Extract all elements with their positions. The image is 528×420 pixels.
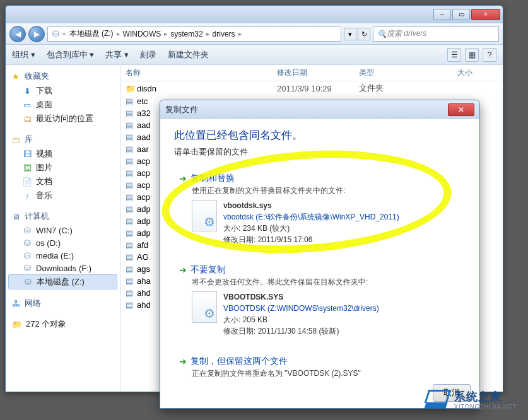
download-icon: ⬇ [22, 86, 32, 96]
dialog-title: 复制文件 [165, 104, 198, 115]
crumb-drivers[interactable]: drivers [211, 30, 237, 38]
preview-pane-button[interactable]: ▦ [465, 48, 479, 62]
refresh-button[interactable]: ↻ [358, 28, 370, 40]
sidebar: ★收藏夹 ⬇下载 ▭桌面 🗂最近访问的位置 🗃库 🎞视频 🖼图片 📄文档 ♪音乐… [6, 65, 120, 392]
sysfile-icon: ▤ [126, 180, 137, 190]
close-button[interactable]: × [471, 9, 500, 20]
sidebar-item-downloads[interactable]: ⬇下载 [8, 84, 117, 98]
share-button[interactable]: 共享 ▾ [105, 49, 129, 61]
star-icon: ★ [11, 71, 21, 81]
column-headers: 名称 修改日期 类型 大小 [120, 65, 503, 81]
nav-back-button[interactable]: ◀ [9, 26, 26, 42]
maximize-button[interactable]: ▭ [452, 9, 470, 20]
new-folder-button[interactable]: 新建文件夹 [168, 49, 209, 61]
address-dropdown-button[interactable]: ▾ [344, 28, 356, 40]
address-actions: ▾ ↻ [344, 28, 370, 40]
chevron-right-icon: ▸ [206, 30, 210, 37]
recent-icon: 🗂 [22, 114, 32, 124]
help-button[interactable]: ? [483, 48, 496, 62]
source-file-info: vbootdsk.sys vbootdsk (E:\软件备份\系统镜像\WinX… [223, 200, 399, 245]
drive-icon: ⛁ [22, 250, 32, 260]
folder-icon: 📁 [12, 319, 22, 329]
sysfile-icon: ▤ [126, 300, 137, 310]
sidebar-head-network[interactable]: 🖧网络 [8, 296, 117, 311]
picture-icon: 🖼 [22, 163, 32, 173]
col-date[interactable]: 修改日期 [277, 67, 359, 78]
sysfile-icon: ▤ [126, 228, 137, 238]
sysfile-icon: ▤ [126, 156, 137, 166]
sysfile-icon: ▤ [126, 192, 137, 202]
watermark: 系统之家 XITONGZHIJIA.NET [424, 390, 517, 411]
toolbar: 组织 ▾ 包含到库中 ▾ 共享 ▾ 刻录 新建文件夹 ☰ ▦ ? [6, 45, 503, 65]
crumb-drive[interactable]: 本地磁盘 (Z:) [68, 28, 115, 39]
sidebar-item-drive-f[interactable]: ⛁Downloads (F:) [8, 262, 117, 274]
sysfile-icon: ▤ [126, 252, 137, 262]
option-dont-copy[interactable]: ➜不要复制 将不会更改任何文件。将此文件保留在目标文件夹中: VBOOTDSK.… [174, 260, 466, 341]
watermark-logo-icon [424, 390, 449, 411]
dialog-titlebar: 复制文件 ✕ [160, 100, 479, 119]
sidebar-item-drive-d[interactable]: ⛁os (D:) [8, 236, 117, 249]
arrow-icon: ➜ [179, 356, 187, 366]
window-titlebar: – ▭ × [6, 6, 503, 23]
sidebar-item-drive-e[interactable]: ⛁media (E:) [8, 249, 117, 262]
computer-icon: 🖥 [11, 211, 21, 221]
dialog-sub-text: 请单击要保留的文件 [174, 146, 466, 158]
dialog-close-button[interactable]: ✕ [448, 103, 474, 116]
file-name: disdn [137, 84, 277, 93]
sysfile-icon: ▤ [126, 120, 137, 130]
sidebar-item-desktop[interactable]: ▭桌面 [8, 98, 117, 112]
target-file-info: VBOOTDSK.SYS VBOOTDSK (Z:\WINDOWS\system… [223, 291, 379, 337]
file-type: 文件夹 [359, 83, 422, 94]
sidebar-item-drive-z[interactable]: ⛁本地磁盘 (Z:) [8, 274, 117, 289]
sysfile-icon: ▤ [126, 144, 137, 154]
col-name[interactable]: 名称 [126, 67, 277, 78]
nav-forward-button[interactable]: ▶ [28, 26, 45, 42]
search-input[interactable]: 🔍 搜索 drivers [373, 26, 499, 42]
network-icon: 🖧 [11, 298, 21, 308]
sidebar-head-libraries[interactable]: 🗃库 [8, 132, 117, 147]
drive-icon: ⛁ [23, 277, 33, 287]
sysfile-icon: ▤ [126, 168, 137, 178]
sidebar-item-documents[interactable]: 📄文档 [8, 175, 117, 189]
sysfile-icon: ▤ [126, 108, 137, 118]
col-size[interactable]: 大小 [422, 67, 472, 78]
option-copy-replace[interactable]: ➜复制和替换 使用正在复制的文件替换目标文件夹中的文件: vbootdsk.sy… [174, 169, 466, 249]
sidebar-head-computer[interactable]: 🖥计算机 [8, 209, 117, 224]
crumb-system32[interactable]: system32 [169, 30, 204, 38]
search-placeholder: 搜索 drivers [387, 28, 426, 39]
sysfile-icon: ▤ [126, 216, 137, 226]
minimize-button[interactable]: – [433, 9, 451, 20]
sysfile-icon: ▤ [126, 264, 137, 274]
breadcrumb[interactable]: ⛁ « 本地磁盘 (Z:) ▸ WINDOWS ▸ system32 ▸ dri… [47, 26, 341, 42]
music-icon: ♪ [22, 190, 32, 201]
view-options-button[interactable]: ☰ [447, 48, 461, 62]
library-icon: 🗃 [11, 134, 21, 144]
search-icon: 🔍 [377, 30, 387, 38]
copy-file-dialog: 复制文件 ✕ 此位置已经包含同名文件。 请单击要保留的文件 ➜复制和替换 使用正… [160, 100, 480, 409]
sysfile-icon: ▤ [126, 132, 137, 142]
folder-icon: 📁 [126, 84, 137, 93]
burn-button[interactable]: 刻录 [140, 49, 156, 61]
sidebar-item-music[interactable]: ♪音乐 [8, 189, 117, 202]
chevron-right-icon: ▸ [163, 30, 168, 37]
sidebar-item-videos[interactable]: 🎞视频 [8, 147, 117, 161]
sidebar-item-pictures[interactable]: 🖼图片 [8, 161, 117, 175]
sysfile-icon: ▤ [126, 276, 137, 286]
desktop-icon: ▭ [22, 100, 32, 110]
col-type[interactable]: 类型 [359, 67, 422, 78]
include-library-button[interactable]: 包含到库中 ▾ [47, 49, 95, 61]
table-row[interactable]: 📁disdn2011/3/9 10:29文件夹 [120, 81, 503, 95]
sidebar-item-drive-c[interactable]: ⛁WIN7 (C:) [8, 224, 117, 236]
sidebar-item-recent[interactable]: 🗂最近访问的位置 [8, 112, 117, 125]
video-icon: 🎞 [22, 149, 32, 159]
sysfile-icon: ▤ [126, 288, 137, 298]
nav-bar: ◀ ▶ ⛁ « 本地磁盘 (Z:) ▸ WINDOWS ▸ system32 ▸… [6, 23, 503, 45]
crumb-windows[interactable]: WINDOWS [122, 30, 163, 38]
arrow-icon: ➜ [179, 173, 187, 184]
sysfile-icon: ▤ [126, 240, 137, 250]
chevron-right-icon: ▸ [116, 30, 120, 37]
dialog-main-text: 此位置已经包含同名文件。 [174, 128, 466, 143]
option-keep-both[interactable]: ➜复制，但保留这两个文件 正在复制的文件将重命名为 "VBOOTDSK (2).… [174, 352, 466, 383]
sidebar-head-favorites[interactable]: ★收藏夹 [8, 69, 117, 84]
organize-button[interactable]: 组织 ▾ [12, 49, 35, 61]
